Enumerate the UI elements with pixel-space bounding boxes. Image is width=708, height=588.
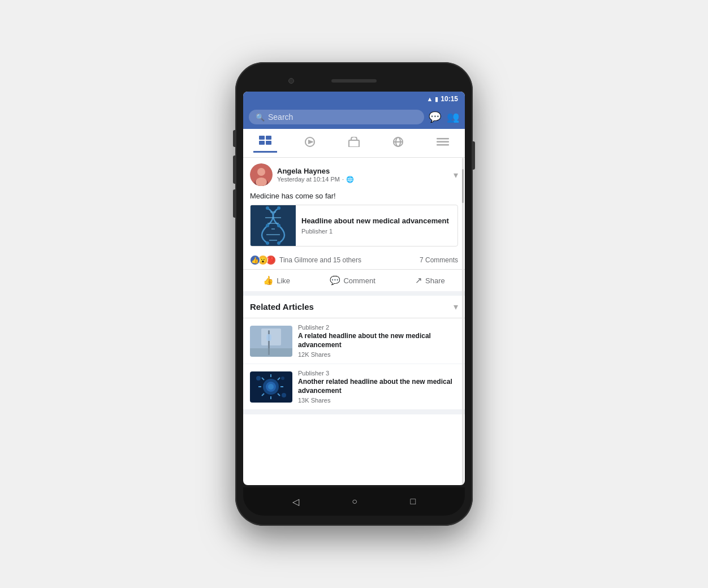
reactions-left: 👍 😮 ❤️ Tina Gilmore and 15 others xyxy=(250,254,361,266)
avatar[interactable] xyxy=(250,163,273,186)
tab-newsfeed[interactable] xyxy=(253,133,277,153)
svg-rect-33 xyxy=(266,334,271,341)
post-meta: Yesterday at 10:14 PM · 🌐 xyxy=(277,176,354,183)
article-info: Headline about new medical advancement P… xyxy=(296,205,455,246)
post-header: Angela Haynes Yesterday at 10:14 PM · 🌐 … xyxy=(243,158,465,189)
like-icon: 👍 xyxy=(263,275,274,286)
article-title: Headline about new medical advancement xyxy=(301,217,449,226)
post-author-info: Angela Haynes Yesterday at 10:14 PM · 🌐 xyxy=(277,167,354,183)
status-bar: ▲ ▮ 10:15 xyxy=(243,92,465,106)
related-thumb-1 xyxy=(250,326,292,357)
phone-speaker xyxy=(331,79,377,83)
post-author-name: Angela Haynes xyxy=(277,167,354,175)
related-headline-2: Another related headline about the new m… xyxy=(298,378,458,395)
phone-top-bar xyxy=(243,72,465,89)
svg-rect-1 xyxy=(266,136,271,140)
related-headline-1: A related headline about the new medical… xyxy=(298,332,458,349)
svg-rect-34 xyxy=(250,348,292,357)
svg-rect-17 xyxy=(251,205,296,246)
related-thumb-2 xyxy=(250,371,292,403)
visibility-icon: 🌐 xyxy=(346,176,354,183)
comment-label: Comment xyxy=(343,276,375,285)
post-text: Medicine has come so far! xyxy=(243,189,465,205)
menu-icon xyxy=(437,137,449,150)
related-info-1: Publisher 2 A related headline about the… xyxy=(298,324,458,358)
related-article-item-1[interactable]: Publisher 2 A related headline about the… xyxy=(243,318,465,364)
share-icon: ↗ xyxy=(415,275,422,286)
header-icons: 💬 👥 xyxy=(429,111,459,123)
vol-up-button xyxy=(233,130,235,147)
comment-button[interactable]: 💬 Comment xyxy=(321,272,384,289)
svg-rect-0 xyxy=(259,136,265,140)
related-pub-1: Publisher 2 xyxy=(298,324,458,331)
related-article-item-2[interactable]: Publisher 3 Another related headline abo… xyxy=(243,364,465,410)
article-thumbnail xyxy=(251,205,296,246)
tab-menu[interactable] xyxy=(431,135,455,152)
svg-point-25 xyxy=(277,206,280,210)
svg-marker-5 xyxy=(308,140,314,144)
reactions-row: 👍 😮 ❤️ Tina Gilmore and 15 others 7 Comm… xyxy=(243,251,465,270)
svg-point-26 xyxy=(266,224,269,227)
search-icon: 🔍 xyxy=(256,113,265,122)
related-info-2: Publisher 3 Another related headline abo… xyxy=(298,370,458,404)
search-bar: 🔍 Search 💬 👥 xyxy=(243,106,465,129)
post-timestamp: Yesterday at 10:14 PM xyxy=(277,176,340,183)
related-shares-2: 13K Shares xyxy=(298,397,458,404)
comment-icon: 💬 xyxy=(330,275,340,286)
svg-point-38 xyxy=(268,384,274,390)
scroll-track xyxy=(462,158,464,485)
like-button[interactable]: 👍 Like xyxy=(254,272,299,289)
feed: Angela Haynes Yesterday at 10:14 PM · 🌐 … xyxy=(243,158,465,414)
related-shares-1: 12K Shares xyxy=(298,351,458,358)
svg-point-29 xyxy=(277,241,280,245)
people-icon[interactable]: 👥 xyxy=(447,111,459,123)
android-nav-bar: ◁ ○ □ xyxy=(243,487,465,516)
tab-marketplace[interactable] xyxy=(342,135,366,152)
front-camera xyxy=(288,78,294,84)
feed-container: Angela Haynes Yesterday at 10:14 PM · 🌐 … xyxy=(243,158,465,485)
article-publisher: Publisher 1 xyxy=(301,228,449,235)
svg-point-28 xyxy=(266,241,269,245)
svg-point-47 xyxy=(256,376,261,381)
svg-point-24 xyxy=(266,206,269,210)
recents-button[interactable]: □ xyxy=(411,496,416,507)
silent-button xyxy=(233,189,235,218)
svg-rect-11 xyxy=(437,141,449,142)
post-card: Angela Haynes Yesterday at 10:14 PM · 🌐 … xyxy=(243,158,465,291)
reaction-count: Tina Gilmore and 15 others xyxy=(279,256,361,264)
share-button[interactable]: ↗ Share xyxy=(406,272,454,289)
power-button xyxy=(473,141,475,170)
newsfeed-icon xyxy=(259,136,271,149)
video-icon xyxy=(304,137,316,150)
dot-separator: · xyxy=(342,176,344,183)
battery-icon: ▮ xyxy=(435,96,438,103)
svg-rect-10 xyxy=(437,138,449,140)
svg-point-14 xyxy=(257,168,265,176)
share-label: Share xyxy=(425,276,445,285)
reaction-emojis: 👍 😮 ❤️ xyxy=(250,254,275,266)
svg-rect-2 xyxy=(259,141,265,145)
back-button[interactable]: ◁ xyxy=(292,496,299,507)
globe-icon xyxy=(392,137,404,150)
related-articles-chevron[interactable]: ▾ xyxy=(454,301,458,312)
tab-video[interactable] xyxy=(298,135,322,152)
search-placeholder: Search xyxy=(268,113,293,122)
svg-point-48 xyxy=(282,393,286,397)
marketplace-icon xyxy=(348,137,360,150)
tab-globe[interactable] xyxy=(386,135,410,152)
phone-screen: ▲ ▮ 10:15 🔍 Search 💬 👥 xyxy=(243,92,465,485)
vol-down-button xyxy=(233,155,235,184)
status-icons: ▲ ▮ 10:15 xyxy=(426,95,458,103)
search-input-wrap[interactable]: 🔍 Search xyxy=(249,110,424,124)
post-options-chevron[interactable]: ▾ xyxy=(454,170,458,180)
wifi-icon: ▲ xyxy=(426,96,433,102)
scroll-thumb xyxy=(462,169,464,203)
post-header-left: Angela Haynes Yesterday at 10:14 PM · 🌐 xyxy=(250,163,354,186)
svg-rect-6 xyxy=(349,140,359,147)
nav-tabs xyxy=(243,129,465,158)
messenger-icon[interactable]: 💬 xyxy=(429,111,441,123)
action-buttons: 👍 Like 💬 Comment ↗ Share xyxy=(243,270,465,291)
article-preview[interactable]: Headline about new medical advancement P… xyxy=(250,205,458,247)
svg-point-49 xyxy=(281,377,284,380)
home-button[interactable]: ○ xyxy=(352,496,357,507)
